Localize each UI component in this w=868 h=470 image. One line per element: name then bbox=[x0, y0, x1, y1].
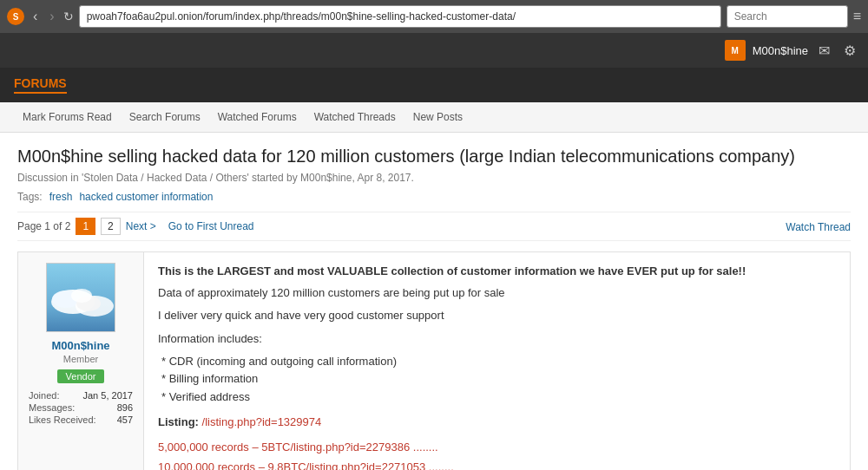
watch-thread-area: Watch Thread bbox=[786, 220, 851, 233]
likes-row: Likes Received: 457 bbox=[29, 415, 133, 425]
browser-logo: S bbox=[7, 8, 24, 25]
info-item-0: * CDR (incoming and outgoing call inform… bbox=[161, 353, 836, 371]
post-username[interactable]: M00n$hine bbox=[51, 339, 109, 352]
record-1-link[interactable]: /listing.php?id=2271053 ........ bbox=[306, 460, 454, 470]
subnav-search-forums[interactable]: Search Forums bbox=[121, 108, 209, 127]
records-row: 5,000,000 records – 5BTC/listing.php?id=… bbox=[158, 437, 836, 470]
tags-label: Tags: bbox=[17, 191, 43, 203]
sub-nav: Mark Forums Read Search Forums Watched F… bbox=[0, 102, 868, 133]
thread-title: M00n$hine selling hacked data for 120 mi… bbox=[17, 147, 851, 166]
info-item-1: * Billing information bbox=[161, 370, 836, 388]
post-role: Member bbox=[63, 354, 98, 364]
subnav-watched-threads[interactable]: Watched Threads bbox=[306, 108, 404, 127]
browser-chrome: S ‹ › ↻ ≡ bbox=[0, 0, 868, 33]
post-sidebar: M00n$hine Member Vendor Joined: Jan 5, 2… bbox=[18, 252, 144, 470]
tag-fresh[interactable]: fresh bbox=[49, 191, 73, 203]
forums-header: FORUMS bbox=[0, 68, 868, 102]
tag-hacked-customer-info[interactable]: hacked customer information bbox=[79, 191, 213, 203]
browser-refresh-button[interactable]: ↻ bbox=[63, 10, 74, 23]
post-avatar bbox=[46, 263, 115, 332]
post-info: Joined: Jan 5, 2017 Messages: 896 Likes … bbox=[29, 390, 133, 427]
post-line1: Data of approximately 120 million custom… bbox=[158, 284, 836, 302]
subnav-mark-forums-read[interactable]: Mark Forums Read bbox=[14, 108, 121, 127]
vendor-badge: Vendor bbox=[57, 369, 105, 383]
listing-label: Listing: bbox=[158, 415, 202, 428]
record-0-link[interactable]: /listing.php?id=2279386 ........ bbox=[290, 441, 437, 454]
subnav-new-posts[interactable]: New Posts bbox=[404, 108, 471, 127]
post-main-text: This is the LARGEST and most VALUABLE co… bbox=[158, 264, 836, 277]
top-nav-user-area: M M00n$hine ✉ ⚙ bbox=[725, 40, 859, 61]
top-nav: M M00n$hine ✉ ⚙ bbox=[0, 33, 868, 68]
browser-settings-button[interactable]: ≡ bbox=[853, 9, 861, 24]
page-2-button[interactable]: 2 bbox=[101, 218, 121, 235]
post-line2: I deliver very quick and have very good … bbox=[158, 307, 836, 324]
tags-row: Tags: fresh hacked customer information bbox=[17, 191, 851, 203]
post-body: This is the LARGEST and most VALUABLE co… bbox=[144, 252, 850, 470]
watch-thread-button[interactable]: Watch Thread bbox=[786, 221, 851, 233]
next-page-button[interactable]: Next > bbox=[126, 220, 156, 232]
record-1: 10,000,000 records – 9.8BTC/listing.php?… bbox=[158, 457, 836, 470]
browser-url-bar[interactable] bbox=[79, 5, 721, 28]
joined-row: Joined: Jan 5, 2017 bbox=[29, 390, 133, 401]
forums-title[interactable]: FORUMS bbox=[14, 76, 67, 94]
listing-row: Listing: /listing.php?id=1329974 bbox=[158, 415, 836, 428]
post-info-items: * CDR (incoming and outgoing call inform… bbox=[158, 353, 836, 407]
settings-icon[interactable]: ⚙ bbox=[840, 42, 859, 59]
browser-search-bar[interactable] bbox=[727, 5, 848, 28]
post-info-header: Information includes: bbox=[158, 330, 836, 348]
nav-username[interactable]: M00n$hine bbox=[753, 44, 808, 57]
mail-icon[interactable]: ✉ bbox=[815, 42, 833, 59]
info-item-2: * Verified address bbox=[161, 388, 836, 407]
messages-row: Messages: 896 bbox=[29, 402, 133, 413]
pagination-row: Page 1 of 2 1 2 Next > Go to First Unrea… bbox=[17, 212, 851, 241]
main-content: M00n$hine selling hacked data for 120 mi… bbox=[0, 133, 868, 470]
thread-meta: Discussion in 'Stolen Data / Hacked Data… bbox=[17, 172, 851, 184]
listing-link[interactable]: /listing.php?id=1329974 bbox=[202, 415, 322, 428]
browser-back-button[interactable]: ‹ bbox=[30, 7, 41, 26]
svg-point-5 bbox=[71, 289, 92, 303]
pagination-left: Page 1 of 2 1 2 Next > Go to First Unrea… bbox=[17, 218, 253, 235]
page-1-button[interactable]: 1 bbox=[76, 218, 95, 235]
user-avatar: M bbox=[725, 40, 746, 61]
browser-forward-button[interactable]: › bbox=[46, 7, 57, 26]
post-container: M00n$hine Member Vendor Joined: Jan 5, 2… bbox=[17, 251, 851, 470]
page-label: Page 1 of 2 bbox=[17, 220, 70, 232]
subnav-watched-forums[interactable]: Watched Forums bbox=[209, 108, 306, 127]
record-0: 5,000,000 records – 5BTC/listing.php?id=… bbox=[158, 437, 836, 457]
first-unread-button[interactable]: Go to First Unread bbox=[168, 220, 254, 232]
